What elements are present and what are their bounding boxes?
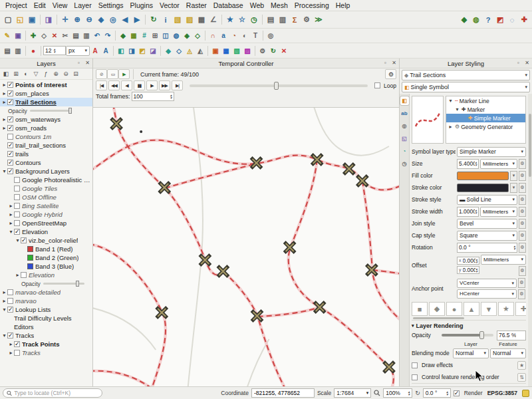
scale-select[interactable]: 1:7684 ▾ (334, 388, 371, 398)
data-defined-override-button[interactable]: ⚙ (519, 243, 526, 253)
float-panel-icon[interactable]: ▫ (515, 59, 522, 66)
menu-processing[interactable]: Processing (291, 1, 332, 10)
history-tab[interactable]: ◷ (400, 160, 409, 168)
layer-checkbox[interactable] (7, 298, 13, 304)
expander-icon[interactable]: ▸ (1, 90, 7, 96)
layer-checkbox[interactable] (14, 229, 20, 235)
expander-icon[interactable]: ▸ (448, 124, 454, 130)
layer-item-trail-difficulty-levels[interactable]: Trail Difficulty Levels (0, 314, 92, 323)
data-defined-override-button[interactable]: ⚙ (518, 278, 525, 288)
layer-item-tracks[interactable]: ▾Tracks (0, 331, 92, 340)
add-vector-layer-button[interactable]: ◆ (118, 31, 128, 41)
menu-plugins[interactable]: Plugins (127, 1, 156, 10)
go-first-frame-button[interactable]: |◀ (96, 80, 107, 90)
temporal-controller-button[interactable]: ◷ (248, 14, 260, 26)
data-defined-override-button[interactable]: ⚙ (519, 171, 526, 181)
layer-item-lookup-lists[interactable]: ▾Lookup Lists (0, 305, 92, 314)
filter-by-expression-button[interactable]: ƒ (41, 69, 51, 78)
vertex-tool-button[interactable]: ◇ (39, 31, 49, 41)
color-dropdown-icon[interactable]: ▾ (510, 183, 517, 193)
menu-vector[interactable]: Vector (156, 1, 183, 10)
osm-place-search-button[interactable]: ◍ (470, 14, 482, 26)
go-last-frame-button[interactable]: ▶| (172, 80, 183, 90)
georeferencer-button[interactable]: ◆ (163, 45, 174, 56)
menu-web[interactable]: Web (247, 1, 267, 10)
expand-all-button[interactable]: ⊕ (51, 69, 61, 78)
expander-icon[interactable]: ▸ (1, 125, 7, 131)
spinner-arrows-icon[interactable]: ▴▾ (475, 209, 477, 214)
data-defined-override-button[interactable]: ⚙ (519, 195, 526, 205)
raster-calculator-button[interactable]: ▣ (210, 45, 221, 56)
processing-toolbox-button[interactable]: ⚙ (301, 14, 313, 26)
layer-item-openstreetmap[interactable]: ▸OpenStreetMap (0, 219, 92, 227)
styling-scrollbar[interactable] (528, 94, 532, 386)
layer-item-contours-1m[interactable]: Contours 1m (0, 132, 92, 141)
new-geopackage-layer-button[interactable]: ◈ (182, 31, 192, 41)
pause-button[interactable]: ▮▮ (134, 80, 145, 90)
offset-y-input[interactable]: y 0.000000 ▴▾ (457, 266, 479, 274)
opacity-slider-handle[interactable] (479, 331, 484, 339)
close-toolbar-button[interactable]: ✕ (279, 45, 289, 56)
step-forward-button[interactable]: ▶▶ (159, 80, 170, 90)
opacity-slider[interactable] (442, 334, 493, 336)
layer-item-trail-trail-sections[interactable]: trail_trail_sections (0, 141, 92, 150)
menu-view[interactable]: View (49, 1, 71, 10)
geometry-checker-button[interactable]: ◭ (195, 45, 205, 56)
expander-icon[interactable]: ▸ (8, 341, 14, 347)
expander-icon[interactable]: ▸ (15, 272, 21, 278)
expander-icon[interactable]: ▸ (8, 211, 14, 217)
stroke-style-select[interactable]: ▬ Solid Line ▾ (457, 195, 517, 205)
size-unit-select[interactable]: Millimeters ▾ (480, 159, 517, 169)
expander-icon[interactable]: ▾ (1, 168, 7, 174)
labels-tab[interactable]: ab (400, 109, 409, 118)
layer-checkbox[interactable] (7, 289, 13, 295)
layer-checkbox[interactable] (14, 211, 20, 217)
show-layout-manager-button[interactable]: ▥ (277, 14, 289, 26)
expander-icon[interactable]: ▸ (1, 289, 7, 295)
collapse-all-button[interactable]: ⊖ (61, 69, 70, 78)
layer-item-band-1-red-[interactable]: Band 1 (Red) (0, 245, 92, 253)
layer-checkbox[interactable] (7, 90, 13, 96)
save-project-button[interactable]: ▣ (26, 14, 38, 26)
hillshade-button[interactable]: ▨ (242, 45, 253, 56)
loop-checkbox[interactable] (374, 82, 380, 88)
layer-item-google-tiles[interactable]: Google Tiles (0, 184, 92, 193)
open-layer-styling-panel-button[interactable]: ◧ (1, 69, 11, 78)
new-print-layout-button[interactable]: ▤ (265, 14, 277, 26)
select-features-button[interactable]: ▧ (172, 14, 184, 26)
symbol-tree-item-simple-marker[interactable]: ✚Simple Marker (446, 114, 525, 122)
mesh-3d-button[interactable]: ◪ (148, 45, 158, 56)
metasearch-button[interactable]: ◌ (506, 14, 518, 26)
spinner-arrows-icon[interactable]: ▴▾ (475, 267, 477, 273)
expander-icon[interactable]: ▾ (1, 307, 7, 313)
layer-opacity-row[interactable]: Opacity (0, 106, 92, 115)
layer-item-osm-roads[interactable]: ▸osm_roads (0, 124, 92, 132)
layer-item-background-layers[interactable]: ▾Background Layers (0, 167, 92, 176)
layer-checkbox[interactable] (7, 142, 13, 148)
fixed-range-navigation-button[interactable]: ▭ (107, 69, 118, 79)
layer-checkbox[interactable] (14, 341, 20, 347)
first-aid-button[interactable]: ✚ (518, 14, 530, 26)
expander-icon[interactable]: ▾ (454, 106, 460, 112)
anchor-horizontal-select[interactable]: HCenter ▾ (457, 289, 517, 299)
snapping-options-button[interactable]: ∩ (207, 31, 218, 41)
symbol-layer-type-select[interactable]: Simple Marker ▾ (457, 147, 526, 157)
layer-item-viz-be-color-relief[interactable]: ▾viz.be_color-relief (0, 236, 92, 245)
layer-item-editors[interactable]: Editors (0, 323, 92, 331)
coordinate-input[interactable] (251, 388, 315, 398)
layer-labeling-button[interactable]: a (218, 31, 229, 41)
menu-settings[interactable]: Settings (95, 1, 127, 10)
marker-shape-option-1[interactable]: ◆ (429, 302, 445, 316)
rotation-input[interactable]: 0.0 ° ▴▾ (423, 388, 451, 398)
delete-selected-button[interactable]: ✕ (49, 31, 60, 41)
layer-item-elevation[interactable]: ▾Elevation (0, 227, 92, 236)
layer-item-points-of-interest[interactable]: ▸Points of Interest (0, 80, 92, 89)
zoom-out-button[interactable]: ⊖ (83, 14, 95, 26)
new-project-button[interactable]: ▢ (2, 14, 14, 26)
layer-item-osm-waterways[interactable]: ▸osm_waterways (0, 115, 92, 124)
layer-checkbox[interactable] (14, 350, 20, 356)
cap-style-select[interactable]: Square ▾ (457, 231, 517, 241)
layer-checkbox[interactable] (7, 99, 13, 105)
layer-checkbox[interactable] (7, 116, 13, 122)
toggle-editing-button[interactable]: ✎ (2, 31, 13, 41)
